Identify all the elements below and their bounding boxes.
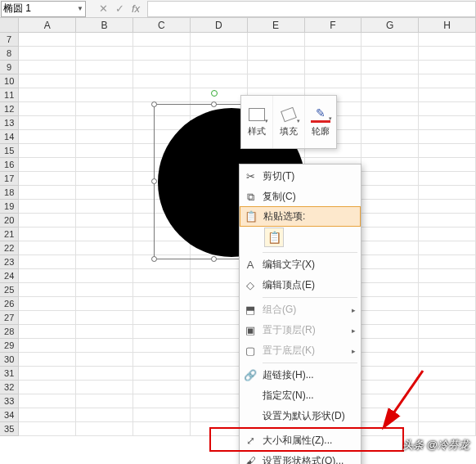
cell[interactable] — [361, 283, 419, 297]
menu-paste-options[interactable]: 📋 粘贴选项: — [240, 206, 361, 227]
cell[interactable] — [248, 47, 305, 61]
cell[interactable] — [248, 61, 305, 74]
cell[interactable] — [305, 33, 362, 47]
cell[interactable] — [19, 269, 76, 283]
cell[interactable] — [19, 283, 76, 297]
cell[interactable] — [76, 172, 133, 186]
cell[interactable] — [361, 116, 419, 130]
cell[interactable] — [76, 88, 133, 102]
rotate-handle-icon[interactable] — [211, 90, 218, 97]
menu-assign-macro[interactable]: 指定宏(N)... — [240, 385, 361, 406]
shape-style-button[interactable]: ▾ 样式 — [241, 96, 273, 148]
cell[interactable] — [419, 325, 476, 339]
menu-format-shape[interactable]: 🖌 设置形状格式(O)... — [240, 451, 361, 464]
cell[interactable] — [305, 74, 362, 88]
cell[interactable] — [76, 227, 133, 241]
row-header[interactable]: 19 — [0, 200, 19, 214]
cell[interactable] — [191, 61, 248, 74]
cell[interactable] — [19, 422, 76, 436]
cell[interactable] — [419, 158, 476, 172]
cell[interactable] — [191, 88, 248, 102]
cell[interactable] — [133, 33, 191, 47]
cell[interactable] — [361, 311, 419, 325]
cell[interactable] — [19, 311, 76, 325]
resize-handle[interactable] — [151, 101, 157, 107]
cell[interactable] — [419, 200, 476, 214]
row-header[interactable]: 17 — [0, 172, 19, 186]
name-box[interactable]: 椭圆 1 ▼ — [1, 1, 86, 17]
cell[interactable] — [19, 353, 76, 367]
formula-input[interactable] — [147, 1, 476, 17]
cell[interactable] — [419, 241, 476, 255]
cell[interactable] — [419, 311, 476, 325]
row-header[interactable]: 15 — [0, 144, 19, 158]
cell[interactable] — [76, 61, 133, 74]
menu-edit-text[interactable]: A 编辑文字(X) — [240, 255, 361, 275]
cell[interactable] — [191, 33, 248, 47]
cell[interactable] — [419, 269, 476, 283]
cell[interactable] — [361, 61, 419, 74]
cell[interactable] — [419, 214, 476, 227]
cell[interactable] — [419, 186, 476, 200]
menu-hyperlink[interactable]: 🔗 超链接(H)... — [240, 365, 361, 385]
cell[interactable] — [361, 130, 419, 144]
menu-group[interactable]: ⬒ 组合(G) ▸ — [240, 300, 361, 320]
cell[interactable] — [133, 88, 191, 102]
row-header[interactable]: 31 — [0, 367, 19, 381]
paste-option-button[interactable]: 📋 — [264, 227, 284, 247]
row-header[interactable]: 23 — [0, 255, 19, 269]
cell[interactable] — [419, 227, 476, 241]
cell[interactable] — [19, 116, 76, 130]
row-header[interactable]: 25 — [0, 283, 19, 297]
row-header[interactable]: 24 — [0, 269, 19, 283]
cell[interactable] — [419, 422, 476, 436]
cell[interactable] — [361, 353, 419, 367]
cell[interactable] — [19, 130, 76, 144]
cell[interactable] — [419, 130, 476, 144]
menu-size-properties[interactable]: ⤢ 大小和属性(Z)... — [240, 430, 361, 451]
cell[interactable] — [419, 408, 476, 422]
cell[interactable] — [361, 74, 419, 88]
col-header[interactable]: B — [76, 18, 133, 32]
fx-icon[interactable]: fx — [128, 2, 144, 15]
cell[interactable] — [133, 311, 191, 325]
cell[interactable] — [361, 88, 419, 102]
cell[interactable] — [19, 241, 76, 255]
cell[interactable] — [361, 227, 419, 241]
cell[interactable] — [419, 88, 476, 102]
cell[interactable] — [361, 102, 419, 116]
cell[interactable] — [419, 74, 476, 88]
cell[interactable] — [76, 353, 133, 367]
row-header[interactable]: 21 — [0, 227, 19, 241]
cell[interactable] — [191, 74, 248, 88]
cell[interactable] — [248, 74, 305, 88]
row-header[interactable]: 13 — [0, 116, 19, 130]
cell[interactable] — [361, 186, 419, 200]
row-header[interactable]: 16 — [0, 158, 19, 172]
cell[interactable] — [76, 214, 133, 227]
cell[interactable] — [19, 325, 76, 339]
resize-handle[interactable] — [211, 256, 217, 262]
row-header[interactable]: 20 — [0, 214, 19, 227]
cell[interactable] — [76, 241, 133, 255]
cell[interactable] — [133, 61, 191, 74]
cell[interactable] — [419, 172, 476, 186]
cell[interactable] — [361, 297, 419, 311]
cell[interactable] — [133, 394, 191, 408]
cell[interactable] — [19, 214, 76, 227]
row-header[interactable]: 18 — [0, 186, 19, 200]
menu-send-back[interactable]: ▢ 置于底层(K) ▸ — [240, 340, 361, 361]
cell[interactable] — [133, 353, 191, 367]
cell[interactable] — [133, 367, 191, 381]
shape-fill-button[interactable]: ▾ 填充 — [273, 96, 305, 148]
cell[interactable] — [19, 88, 76, 102]
cell[interactable] — [76, 283, 133, 297]
cell[interactable] — [19, 74, 76, 88]
col-header[interactable]: A — [19, 18, 76, 32]
row-header[interactable]: 12 — [0, 102, 19, 116]
cell[interactable] — [419, 381, 476, 394]
menu-edit-points[interactable]: ◇ 编辑顶点(E) — [240, 275, 361, 295]
row-header[interactable]: 35 — [0, 422, 19, 436]
cell[interactable] — [361, 394, 419, 408]
cell[interactable] — [76, 325, 133, 339]
